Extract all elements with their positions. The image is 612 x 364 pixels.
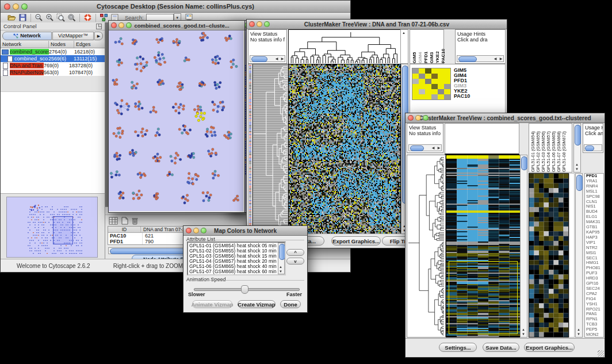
- scroll-right-icon[interactable]: ▶: [280, 57, 285, 61]
- minimize-icon[interactable]: [193, 228, 199, 233]
- col-network[interactable]: Network: [1, 41, 49, 48]
- tv1-tree-strip[interactable]: ▲: [400, 29, 408, 64]
- tv2-zoom-vscrollbar[interactable]: ▲ ▼: [575, 173, 583, 338]
- tv2-save-data-button[interactable]: Save Data...: [483, 343, 519, 352]
- scroll-right-icon[interactable]: ▶: [498, 57, 504, 61]
- tv2-vscroll-thumb[interactable]: [521, 156, 527, 170]
- scroll-down-icon[interactable]: ▼: [574, 167, 580, 171]
- save-icon[interactable]: [18, 13, 27, 22]
- minimize-icon[interactable]: [415, 115, 421, 121]
- id-column-header[interactable]: ID: [108, 227, 141, 232]
- close-icon[interactable]: [186, 228, 192, 233]
- window-controls[interactable]: [4, 3, 28, 10]
- tv2-column-tree-area[interactable]: [445, 123, 519, 155]
- zoom-window-icon[interactable]: [264, 21, 270, 27]
- scroll-left-icon[interactable]: ◀: [492, 57, 498, 61]
- zoom-window-icon[interactable]: [126, 22, 132, 28]
- gene-label[interactable]: MON2: [586, 332, 603, 338]
- column-label[interactable]: GPL51-06 (GSM865): [551, 124, 556, 172]
- network-list-empty-area[interactable]: [1, 91, 105, 193]
- tv2-status-scroll-thumb[interactable]: [410, 145, 424, 151]
- tv1-column-dendrogram[interactable]: [288, 29, 401, 64]
- minimize-icon[interactable]: [13, 3, 19, 10]
- network-name[interactable]: combined_sco: [14, 56, 48, 62]
- resize-grip[interactable]: [598, 350, 604, 357]
- tv2-zoom-heatmap[interactable]: [529, 173, 569, 338]
- gene-label[interactable]: PAC10: [454, 94, 470, 99]
- column-label[interactable]: GPL51-07 (GSM868): [556, 124, 561, 172]
- attribute-list-item[interactable]: GPL51-07 (GSM868) heat shock 60 min: [189, 269, 284, 274]
- zoom-window-icon[interactable]: [423, 115, 429, 121]
- zoom-out-icon[interactable]: [35, 13, 43, 22]
- network-name[interactable]: DNA and Tran 07: [10, 63, 44, 68]
- column-label[interactable]: GPL51-04 (GSM857): [546, 124, 551, 172]
- minimize-icon[interactable]: [118, 22, 124, 28]
- tv2-global-heatmap[interactable]: [446, 155, 521, 338]
- column-label[interactable]: GIM3: [429, 30, 434, 63]
- network-name[interactable]: RNAPuberNov2+: [10, 70, 44, 75]
- tv1-status-scroll-thumb[interactable]: [251, 56, 267, 62]
- tv1-export-graphics-button[interactable]: Export Graphics...: [331, 236, 381, 246]
- tv2-vscrollbar[interactable]: ▲ ▼: [520, 155, 527, 338]
- close-icon[interactable]: [111, 22, 117, 28]
- attribute-list-scroll-thumb[interactable]: [279, 244, 285, 260]
- tv2-top-vscrollbar[interactable]: ▲ ▼: [573, 123, 581, 173]
- table-icon[interactable]: [109, 217, 118, 225]
- network-canvas[interactable]: [109, 30, 243, 211]
- treeview1-titlebar[interactable]: ClusterMaker TreeView : DNA and Tran 07-…: [247, 20, 507, 29]
- tab-vizmapper[interactable]: VizMapper™: [52, 32, 94, 40]
- column-label[interactable]: GIM5: [412, 30, 417, 63]
- scroll-up-icon[interactable]: ▲: [278, 265, 284, 269]
- network-table-row[interactable]: combined_scores_2764(0)16218(0): [1, 48, 105, 55]
- scroll-left-icon[interactable]: ◀: [430, 146, 436, 150]
- help-lifering-icon[interactable]: [83, 13, 92, 22]
- column-label[interactable]: GPL51-02 (GSM855): [536, 124, 541, 172]
- move-up-button[interactable]: ^: [286, 249, 304, 256]
- new-attribute-icon[interactable]: [121, 217, 128, 225]
- scroll-up-icon[interactable]: ▲: [574, 163, 580, 167]
- scroll-left-icon[interactable]: ◀: [274, 57, 280, 61]
- vizmap-icon[interactable]: [100, 13, 108, 22]
- close-icon[interactable]: [4, 3, 10, 10]
- tv2-settings-button[interactable]: Settings...: [439, 343, 477, 352]
- tv2-status-hscrollbar[interactable]: ◀ ▶: [408, 144, 442, 151]
- birdseye-canvas[interactable]: [6, 197, 98, 258]
- scroll-down-icon[interactable]: ▼: [521, 332, 526, 336]
- tv1-global-heatmap[interactable]: [288, 64, 401, 234]
- close-icon[interactable]: [408, 115, 414, 121]
- tv1-status-hscrollbar[interactable]: ◀ ▶: [250, 55, 285, 62]
- create-vizmap-button[interactable]: Create Vizmap: [238, 300, 276, 308]
- column-label[interactable]: GPL51-03 (GSM856): [541, 124, 546, 172]
- network-table-row[interactable]: combined_sco2569(6)13112(15): [1, 55, 105, 62]
- open-folder-icon[interactable]: [7, 13, 16, 22]
- network-table-header[interactable]: Network Nodes Edges: [1, 41, 105, 48]
- network-table-row[interactable]: DNA and Tran 07769(0)183728(0): [1, 62, 105, 69]
- tv1-row-dendrogram[interactable]: [253, 64, 289, 234]
- scroll-up-icon[interactable]: ▲: [576, 328, 582, 332]
- tv2-row-dendrogram[interactable]: [407, 155, 446, 338]
- tv1-zoom-heatmap[interactable]: [412, 68, 451, 100]
- treeview2-titlebar[interactable]: ClusterMaker TreeView : combined_scores_…: [406, 113, 605, 123]
- zoom-window-icon[interactable]: [21, 3, 28, 10]
- tv2-hints-hscrollbar[interactable]: [584, 144, 602, 151]
- col-edges[interactable]: Edges: [74, 41, 105, 48]
- move-down-button[interactable]: v: [286, 258, 304, 265]
- column-label[interactable]: GPL51-01 (GSM854): [530, 124, 536, 172]
- done-button[interactable]: Done: [280, 300, 301, 308]
- speed-slider-thumb[interactable]: [241, 285, 248, 294]
- column-label[interactable]: PAC10: [441, 30, 446, 63]
- float-panel-icon[interactable]: [96, 24, 102, 29]
- zoom-fit-icon[interactable]: [67, 13, 76, 22]
- column-label[interactable]: GPL51-08 (GSM872): [561, 124, 567, 172]
- close-icon[interactable]: [249, 21, 255, 27]
- network-name[interactable]: combined_scores_: [10, 49, 49, 55]
- scroll-down-icon[interactable]: ▼: [576, 332, 582, 336]
- zoom-selected-icon[interactable]: [56, 13, 65, 22]
- tv2-hints-scroll-thumb[interactable]: [585, 145, 594, 151]
- tab-overflow-button[interactable]: ▶: [94, 32, 103, 40]
- network-titlebar[interactable]: combined_scores_good.txt--cluste...: [109, 21, 244, 30]
- col-nodes[interactable]: Nodes: [49, 41, 74, 48]
- animate-vizmap-button[interactable]: Animate Vizmap: [192, 300, 232, 308]
- attribute-list-vscrollbar[interactable]: ▲ ▼: [278, 243, 285, 274]
- zoom-window-icon[interactable]: [201, 228, 206, 233]
